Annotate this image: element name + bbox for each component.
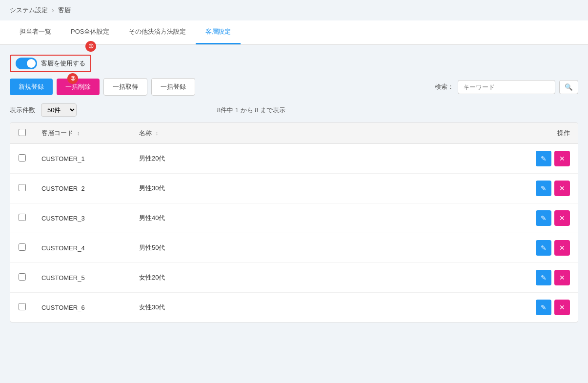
edit-icon: ✎ (541, 184, 547, 192)
row-checkbox[interactable] (19, 273, 26, 281)
edit-icon: ✎ (541, 214, 547, 222)
row-checkbox[interactable] (19, 243, 26, 251)
delete-button[interactable]: ✕ (554, 151, 570, 166)
search-button[interactable]: 🔍 (559, 80, 578, 94)
code-sort-icon[interactable]: ↕ (77, 130, 80, 136)
table-row: CUSTOMER_1 男性20代 ✎ ✕ (10, 144, 578, 174)
annotation-badge-2: ② (67, 73, 78, 84)
search-input[interactable] (458, 80, 555, 94)
customer-toggle[interactable] (16, 58, 37, 69)
table-row: CUSTOMER_6 女性30代 ✎ ✕ (10, 293, 578, 323)
row-name: 女性30代 (131, 293, 519, 323)
row-checkbox[interactable] (19, 154, 26, 161)
tab-payment[interactable]: その他決済方法設定 (119, 20, 196, 44)
edit-button[interactable]: ✎ (536, 270, 551, 285)
header-action: 操作 (519, 123, 578, 144)
row-code: CUSTOMER_6 (34, 293, 131, 323)
delete-icon: ✕ (559, 303, 565, 311)
delete-button[interactable]: ✕ (554, 300, 570, 315)
table-row: CUSTOMER_4 男性50代 ✎ ✕ (10, 233, 578, 263)
breadcrumb-current: 客層 (58, 6, 71, 15)
customer-table: 客層コード ↕ 名称 ↕ 操作 CUSTOMER_1 男性20代 (10, 122, 578, 323)
edit-icon: ✎ (541, 303, 547, 311)
delete-icon: ✕ (559, 155, 565, 162)
row-checkbox[interactable] (19, 303, 26, 310)
row-code: CUSTOMER_4 (34, 233, 131, 263)
row-code: CUSTOMER_1 (34, 144, 131, 174)
delete-button[interactable]: ✕ (554, 240, 570, 256)
row-actions: ✎ ✕ (519, 233, 578, 263)
display-count-select[interactable]: 50件 10件 25件 100件 (41, 103, 77, 117)
display-count-label: 表示件数 (10, 106, 35, 115)
tab-staff[interactable]: 担当者一覧 (10, 20, 61, 44)
row-name: 男性40代 (131, 203, 519, 233)
header-name: 名称 ↕ (131, 123, 519, 144)
search-label: 検索： (435, 82, 454, 91)
delete-icon: ✕ (559, 214, 565, 222)
row-checkbox[interactable] (19, 214, 26, 221)
edit-button[interactable]: ✎ (536, 210, 551, 226)
row-name: 男性30代 (131, 174, 519, 203)
row-actions: ✎ ✕ (519, 144, 578, 174)
row-checkbox-cell (10, 233, 34, 263)
delete-button[interactable]: ✕ (554, 210, 570, 226)
table-row: CUSTOMER_3 男性40代 ✎ ✕ (10, 203, 578, 233)
register-all-button[interactable]: 一括登録 (151, 78, 195, 96)
name-sort-icon[interactable]: ↕ (156, 130, 159, 136)
row-checkbox-cell (10, 144, 34, 174)
search-icon: 🔍 (565, 83, 573, 91)
row-checkbox[interactable] (19, 184, 26, 191)
edit-icon: ✎ (541, 274, 547, 282)
delete-icon: ✕ (559, 184, 565, 192)
tab-customer[interactable]: 客層設定 (196, 20, 241, 44)
row-checkbox-cell (10, 203, 34, 233)
delete-button[interactable]: ✕ (554, 181, 570, 196)
action-bar: ② 新規登録 一括削除 一括取得 一括登録 検索： 🔍 (10, 78, 578, 96)
edit-button[interactable]: ✎ (536, 181, 551, 196)
row-actions: ✎ ✕ (519, 203, 578, 233)
row-code: CUSTOMER_5 (34, 263, 131, 293)
breadcrumb: システム設定 › 客層 (0, 0, 588, 20)
display-bar: 表示件数 50件 10件 25件 100件 8件中 1 から 8 まで表示 (10, 103, 578, 117)
delete-icon: ✕ (559, 274, 565, 282)
edit-icon: ✎ (541, 155, 547, 162)
breadcrumb-parent[interactable]: システム設定 (10, 6, 48, 15)
row-code: CUSTOMER_3 (34, 203, 131, 233)
row-actions: ✎ ✕ (519, 174, 578, 203)
new-register-button[interactable]: 新規登録 (10, 79, 53, 95)
delete-button[interactable]: ✕ (554, 270, 570, 285)
row-name: 女性20代 (131, 263, 519, 293)
row-checkbox-cell (10, 263, 34, 293)
row-checkbox-cell (10, 293, 34, 323)
header-code: 客層コード ↕ (34, 123, 131, 144)
row-checkbox-cell (10, 174, 34, 203)
search-section: 検索： 🔍 (435, 80, 578, 94)
edit-button[interactable]: ✎ (536, 151, 551, 166)
row-name: 男性50代 (131, 233, 519, 263)
select-all-checkbox[interactable] (19, 129, 26, 136)
row-actions: ✎ ✕ (519, 263, 578, 293)
row-actions: ✎ ✕ (519, 293, 578, 323)
delete-all-button[interactable]: 一括削除 (57, 79, 100, 95)
toggle-wrapper: 客層を使用する (10, 55, 91, 72)
annotation-badge-1: ① (85, 41, 96, 52)
fetch-all-button[interactable]: 一括取得 (103, 78, 147, 96)
toggle-label: 客層を使用する (41, 59, 85, 68)
edit-icon: ✎ (541, 244, 547, 252)
edit-button[interactable]: ✎ (536, 300, 551, 315)
header-checkbox (10, 123, 34, 144)
table-row: CUSTOMER_5 女性20代 ✎ ✕ (10, 263, 578, 293)
table-row: CUSTOMER_2 男性30代 ✎ ✕ (10, 174, 578, 203)
breadcrumb-separator: › (52, 6, 54, 14)
row-name: 男性20代 (131, 144, 519, 174)
edit-button[interactable]: ✎ (536, 240, 551, 256)
delete-icon: ✕ (559, 244, 565, 252)
row-code: CUSTOMER_2 (34, 174, 131, 203)
display-count-text: 8件中 1 から 8 まで表示 (217, 106, 285, 115)
